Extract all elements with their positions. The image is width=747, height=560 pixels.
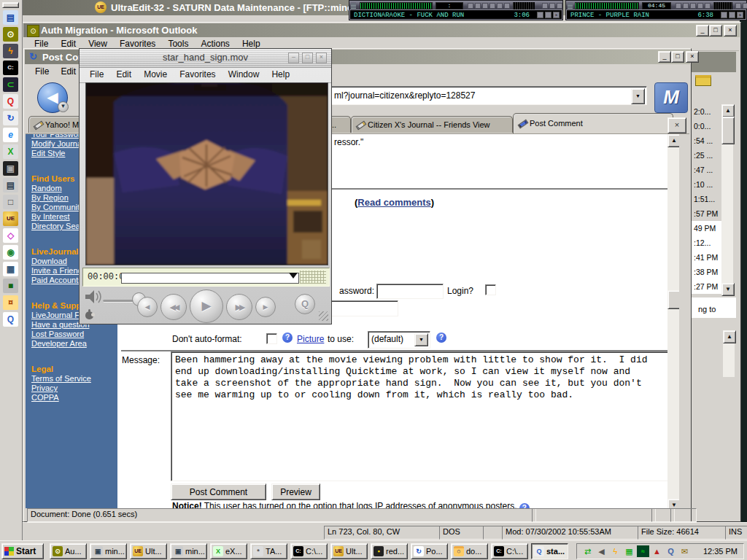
volume-icon[interactable]: ◀	[595, 545, 608, 557]
resize-grip[interactable]	[319, 311, 328, 321]
outlook-menu-tools[interactable]: Tools	[168, 39, 188, 49]
task-red[interactable]: ▪red...	[371, 543, 408, 559]
message-time[interactable]: :38 PM	[691, 265, 721, 279]
outlook-minimize-button[interactable]: _	[696, 25, 709, 36]
power-icon[interactable]: ϟ	[609, 545, 622, 557]
dropdown-arrow-icon[interactable]: ▼	[414, 333, 428, 346]
browser-minimize-button[interactable]: _	[658, 51, 671, 63]
qt-menu-favorites[interactable]: Favorites	[179, 69, 215, 79]
task-star-hand-sign[interactable]: Qsta...	[531, 543, 568, 559]
computer-icon[interactable]: □	[3, 195, 18, 209]
sidebar-link[interactable]: Terms of Service	[31, 374, 117, 384]
exceed-icon[interactable]: X	[3, 144, 18, 159]
tab-post-comment[interactable]: Post Comment	[513, 113, 673, 133]
grid-icon[interactable]: ▦	[623, 545, 635, 557]
winamp-icon[interactable]: ϟ	[3, 44, 18, 58]
outlook-maximize-button[interactable]: □	[709, 25, 722, 36]
winamp-left-window[interactable]: : DICTIONARAOKE - FUCK AND RUN 3:06 ×	[349, 0, 563, 20]
outlook-menu-favorites[interactable]: Favorites	[120, 39, 155, 49]
globe-icon[interactable]: ◉	[3, 245, 18, 260]
autoformat-checkbox[interactable]	[266, 333, 277, 344]
telnet-icon[interactable]: ▤	[3, 178, 18, 192]
monitor-icon[interactable]: ▣	[3, 161, 18, 176]
sidebar-link[interactable]: Developer Area	[31, 339, 117, 349]
start-button[interactable]: Start	[1, 543, 44, 559]
message-time[interactable]: :12...	[691, 236, 721, 250]
playlist-window-buttons[interactable]: ×	[721, 12, 743, 18]
tab-close-button[interactable]: ×	[667, 117, 686, 133]
launcher-icon[interactable]: ▲	[651, 545, 663, 557]
calendar-icon[interactable]: ▦	[3, 262, 18, 276]
message-time[interactable]: 1:51...	[691, 192, 721, 206]
scrollbar-up-icon[interactable]: ▲	[723, 330, 736, 343]
outlook-close-button[interactable]: ×	[724, 25, 737, 36]
play-button[interactable]: ▶	[190, 289, 223, 323]
outlook-menu-help[interactable]: Help	[242, 39, 260, 49]
dos-icon[interactable]: C:	[3, 61, 18, 75]
red-q-icon[interactable]: Q	[3, 94, 18, 109]
rewind-button[interactable]: ◀◀	[160, 294, 187, 320]
playhead-icon[interactable]	[289, 273, 298, 279]
scrollbar-down-icon[interactable]: ▼	[721, 283, 735, 296]
quicktime-logo-button[interactable]: Q	[295, 294, 315, 314]
browser-close-button[interactable]: ×	[686, 51, 699, 63]
task-search[interactable]: ○do...	[451, 543, 488, 559]
volume-icon[interactable]	[84, 289, 101, 304]
task-ta[interactable]: *TA...	[250, 543, 287, 559]
fast-forward-button[interactable]: ▶▶	[226, 294, 252, 320]
minimize-icon[interactable]: –	[288, 52, 299, 63]
winamp-transport-buttons[interactable]	[468, 3, 510, 9]
ultraedit-icon[interactable]: UE	[3, 211, 18, 226]
login-checkbox[interactable]	[485, 284, 496, 295]
password-field[interactable]	[376, 284, 444, 299]
monitor-pulse-icon[interactable]: ≈	[637, 545, 649, 557]
sidebar-link[interactable]: Privacy	[31, 384, 117, 393]
message-time[interactable]: 49 PM	[691, 221, 721, 236]
layers-icon[interactable]: ◇	[3, 228, 18, 243]
message-time[interactable]: 0:0...	[691, 119, 721, 133]
plug-icon[interactable]: ⊂	[3, 77, 18, 92]
message-time[interactable]: :25 ...	[691, 148, 721, 163]
task-dos-1[interactable]: C:C:\...	[290, 543, 328, 559]
task-minerva-2[interactable]: ▣min...	[170, 543, 207, 559]
help-icon[interactable]: ?	[436, 332, 446, 343]
close-icon[interactable]: ×	[316, 52, 327, 63]
page-scrollbar[interactable]: ▲ ▼	[667, 134, 679, 511]
picture-link[interactable]: Picture	[297, 334, 324, 344]
task-ultraedit-1[interactable]: UEUlt...	[130, 543, 167, 559]
browser-maximize-button[interactable]: □	[671, 51, 684, 63]
outlook-menu-view[interactable]: View	[88, 39, 107, 49]
sidebar-link[interactable]: Lost Password	[31, 330, 117, 339]
winamp-playlist-shade[interactable]: DICTIONARAOKE - FUCK AND RUN 3:06 ×	[349, 9, 562, 20]
maximize-icon[interactable]: □	[302, 52, 313, 63]
outlook-icon[interactable]: ⊙	[3, 27, 18, 42]
message-time[interactable]: :57 PM	[691, 206, 721, 221]
scrollbar-up-icon[interactable]: ▲	[721, 104, 735, 117]
winamp-window-buttons[interactable]	[735, 3, 747, 9]
qt-menu-window[interactable]: Window	[228, 69, 260, 79]
read-comments-link[interactable]: Read comments	[357, 197, 430, 208]
skip-end-button[interactable]: ▶	[255, 297, 276, 317]
chevron-down-icon[interactable]: ▼	[58, 101, 69, 112]
pc-screen-icon[interactable]: ■	[3, 279, 18, 293]
task-minerva-1[interactable]: ▣min...	[90, 543, 127, 559]
dock-handle[interactable]	[2, 2, 19, 8]
task-ultraedit-2[interactable]: UEUlt...	[330, 543, 368, 559]
qt-menu-movie[interactable]: Movie	[144, 69, 167, 79]
qt-menu-help[interactable]: Help	[271, 69, 290, 79]
notes-icon[interactable]: ▤	[3, 10, 18, 25]
outlook-menu-file[interactable]: File	[34, 39, 48, 49]
quicktime-titlebar[interactable]: star_hand_sign.mov – □ ×	[80, 49, 331, 68]
browser-menu-edit[interactable]: Edit	[61, 66, 76, 77]
message-textarea[interactable]: Been hammering away at the movie viewing…	[171, 351, 669, 481]
help-icon[interactable]: ?	[282, 332, 293, 343]
winamp-transport-buttons[interactable]	[676, 3, 711, 9]
message-time[interactable]: 2:0...	[691, 104, 721, 119]
post-comment-button[interactable]: Post Comment	[171, 483, 266, 500]
message-time[interactable]: :27 PM	[691, 279, 721, 294]
task-exceed[interactable]: XeX...	[210, 543, 247, 559]
outlook-preview-scrollbar[interactable]: ▲	[723, 330, 735, 377]
winamp-window-buttons[interactable]	[542, 3, 562, 9]
scrollbar-up-icon[interactable]: ▲	[667, 134, 679, 147]
internet-explorer-icon[interactable]: e	[3, 128, 18, 142]
